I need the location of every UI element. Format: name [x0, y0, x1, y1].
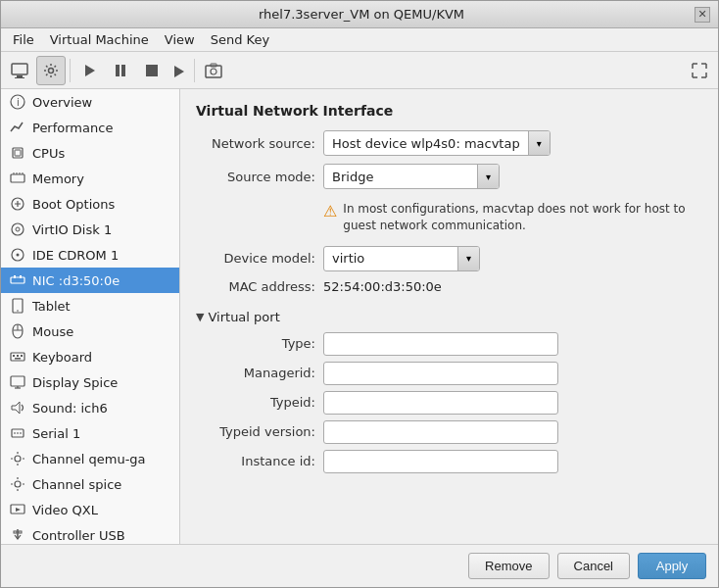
vp-type-label: Type: [196, 336, 323, 351]
monitor-button[interactable] [5, 56, 34, 85]
mac-address-value: 52:54:00:d3:50:0e [323, 279, 442, 294]
cancel-button[interactable]: Cancel [557, 553, 630, 579]
sidebar-item-ide-cdrom[interactable]: IDE CDROM 1 [1, 242, 179, 268]
sidebar-item-display-spice[interactable]: Display Spice [1, 369, 179, 395]
svg-marker-8 [174, 66, 184, 77]
svg-rect-5 [116, 65, 120, 76]
vp-typeid-version-input[interactable] [323, 420, 558, 444]
device-model-select[interactable]: virtio ▾ [323, 246, 480, 271]
svg-point-46 [15, 456, 21, 462]
menu-send-key[interactable]: Send Key [203, 30, 277, 49]
content-area: Virtual Network Interface Network source… [180, 89, 718, 544]
sidebar-item-sound[interactable]: Sound: ich6 [1, 395, 179, 420]
remove-button[interactable]: Remove [468, 553, 549, 579]
sidebar-item-channel-qemu[interactable]: Channel qemu-ga [1, 446, 179, 471]
sidebar-label-overview: Overview [32, 95, 92, 110]
network-source-arrow[interactable]: ▾ [528, 131, 550, 155]
svg-rect-50 [14, 531, 17, 533]
sidebar-item-boot-options[interactable]: Boot Options [1, 191, 179, 217]
svg-rect-15 [15, 150, 21, 156]
svg-point-23 [16, 227, 20, 231]
network-source-control: Host device wlp4s0: macvtap ▾ [323, 130, 702, 156]
warning-icon: ⚠ [323, 202, 337, 220]
sidebar-item-controller-usb[interactable]: Controller USB [1, 522, 179, 544]
svg-point-3 [49, 68, 54, 73]
vp-instance-id-row: Instance id: [196, 450, 702, 473]
overview-icon: i [9, 93, 26, 111]
svg-rect-36 [21, 355, 23, 357]
settings-button[interactable] [36, 56, 66, 85]
sidebar-label-channel-qemu: Channel qemu-ga [32, 452, 146, 466]
sidebar-item-performance[interactable]: Performance [1, 115, 179, 140]
channel-spice-icon [9, 475, 26, 493]
sidebar-item-channel-spice[interactable]: Channel spice [1, 471, 179, 497]
sidebar-item-tablet[interactable]: Tablet [1, 293, 179, 318]
sidebar-item-video-qxl[interactable]: Video QXL [1, 497, 179, 522]
warning-text: In most configurations, macvtap does not… [343, 201, 695, 234]
vp-instance-id-input[interactable] [323, 450, 558, 473]
sidebar-label-memory: Memory [32, 172, 84, 186]
sidebar-item-keyboard[interactable]: Keyboard [1, 344, 179, 369]
vp-managerid-input[interactable] [323, 362, 558, 385]
menu-view[interactable]: View [157, 30, 203, 49]
device-model-arrow[interactable]: ▾ [457, 247, 479, 270]
clone-dropdown[interactable] [168, 56, 190, 85]
svg-marker-41 [12, 402, 20, 414]
toolbar-separator-2 [194, 59, 195, 82]
svg-rect-34 [13, 355, 15, 357]
vp-type-input[interactable] [323, 332, 558, 356]
vp-managerid-label: Managerid: [196, 366, 323, 380]
source-mode-select[interactable]: Bridge ▾ [323, 164, 500, 189]
mac-address-label: MAC address: [196, 279, 323, 294]
vp-typeid-version-row: Typeid version: [196, 420, 702, 444]
vp-typeid-input[interactable] [323, 391, 558, 415]
sidebar-item-serial1[interactable]: Serial 1 [1, 420, 179, 446]
sound-icon [9, 399, 26, 416]
svg-marker-4 [85, 65, 95, 76]
sidebar-item-overview[interactable]: i Overview [1, 89, 179, 115]
virtual-port-header[interactable]: ▼ Virtual port [196, 310, 702, 324]
sidebar-item-cpus[interactable]: CPUs [1, 140, 179, 166]
sidebar-label-tablet: Tablet [32, 299, 71, 314]
close-button[interactable]: ✕ [695, 7, 710, 23]
sidebar-item-nic[interactable]: NIC :d3:50:0e [1, 268, 179, 293]
menu-virtual-machine[interactable]: Virtual Machine [42, 30, 157, 49]
vp-instance-id-label: Instance id: [196, 454, 323, 468]
pause-button[interactable] [106, 56, 135, 85]
sidebar-label-cpus: CPUs [32, 146, 65, 161]
play-button[interactable] [74, 56, 104, 85]
virtio-disk-icon [9, 220, 26, 238]
sidebar-item-virtio-disk[interactable]: VirtIO Disk 1 [1, 217, 179, 242]
svg-rect-7 [146, 65, 158, 76]
source-mode-label: Source mode: [196, 170, 323, 184]
stop-button[interactable] [137, 56, 167, 85]
mouse-icon [9, 322, 26, 340]
sidebar-label-ide-cdrom: IDE CDROM 1 [32, 248, 119, 263]
svg-rect-9 [206, 66, 221, 77]
sidebar-label-display-spice: Display Spice [32, 375, 118, 390]
sidebar-label-keyboard: Keyboard [32, 350, 92, 365]
ide-cdrom-icon [9, 246, 26, 264]
tablet-icon [9, 297, 26, 315]
source-mode-arrow[interactable]: ▾ [477, 165, 499, 188]
warning-box: ⚠ In most configurations, macvtap does n… [323, 197, 695, 238]
network-source-select[interactable]: Host device wlp4s0: macvtap ▾ [323, 130, 551, 156]
sidebar-label-sound: Sound: ich6 [32, 401, 108, 416]
svg-rect-16 [11, 174, 24, 182]
fullscreen-button[interactable] [685, 56, 714, 85]
apply-button[interactable]: Apply [638, 553, 706, 579]
main-window: rhel7.3server_VM on QEMU/KVM ✕ File Virt… [0, 0, 719, 588]
menubar: File Virtual Machine View Send Key [1, 28, 718, 52]
section-title: Virtual Network Interface [196, 103, 702, 119]
vp-typeid-version-label: Typeid version: [196, 424, 323, 439]
sidebar-item-mouse[interactable]: Mouse [1, 318, 179, 344]
svg-rect-1 [17, 75, 23, 77]
svg-rect-2 [15, 77, 24, 78]
screenshot-button[interactable] [199, 56, 228, 85]
virtual-port-section: ▼ Virtual port Type: Managerid: Typeid: … [196, 310, 702, 479]
sidebar-item-memory[interactable]: Memory [1, 166, 179, 191]
sidebar-label-boot-options: Boot Options [32, 197, 115, 212]
menu-file[interactable]: File [5, 30, 42, 49]
svg-marker-49 [16, 508, 21, 512]
titlebar: rhel7.3server_VM on QEMU/KVM ✕ [1, 1, 718, 28]
